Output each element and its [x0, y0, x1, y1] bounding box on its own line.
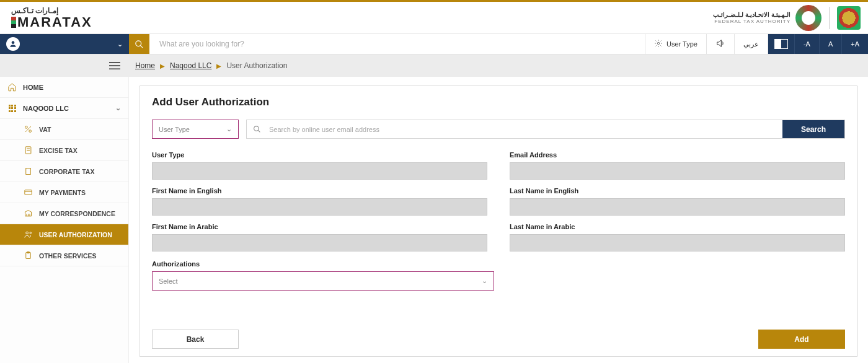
- add-user-auth-card: Add User Authorization User Type ⌄ Searc…: [139, 85, 858, 357]
- crumb-company[interactable]: Naqood LLC: [170, 61, 211, 70]
- svg-point-1: [136, 40, 141, 46]
- font-normal-button[interactable]: A: [819, 34, 841, 54]
- card-icon: [24, 188, 33, 197]
- svg-rect-17: [25, 190, 32, 195]
- uae-emblem-icon: [837, 6, 861, 30]
- contrast-toggle[interactable]: [768, 34, 794, 54]
- add-button[interactable]: Add: [758, 330, 845, 349]
- breadcrumb-bar: Home ▶ Naqood LLC ▶ User Authorization: [0, 55, 868, 77]
- field-lastname-en: Last Name in English: [510, 187, 845, 216]
- search-button[interactable]: Search: [782, 120, 844, 138]
- user-auth-icon: [24, 230, 33, 239]
- svg-line-9: [25, 126, 31, 132]
- firstname-ar-value: [152, 234, 487, 251]
- svg-line-25: [258, 130, 260, 132]
- sidebar-item-corporate[interactable]: CORPORATE TAX: [0, 161, 128, 182]
- user-type-value: [152, 162, 487, 180]
- brand-main: MARATAX: [11, 15, 92, 29]
- sidebar-toggle[interactable]: [0, 61, 129, 70]
- crumb-current: User Authorization: [226, 61, 287, 70]
- chevron-down-icon: ⌄: [115, 104, 121, 112]
- sidebar-item-vat[interactable]: VAT: [0, 119, 128, 140]
- sound-button[interactable]: [706, 34, 734, 54]
- fta-logo-icon: [795, 5, 822, 31]
- field-user-type: User Type: [152, 151, 487, 180]
- avatar-icon: [6, 37, 20, 51]
- sidebar-item-excise[interactable]: EXCISE TAX: [0, 140, 128, 161]
- home-icon: [7, 82, 17, 92]
- email-search-wrap: Search: [246, 120, 845, 139]
- action-buttons: Back Add: [152, 322, 845, 349]
- svg-point-24: [254, 126, 259, 131]
- chevron-down-icon: ⌄: [226, 125, 232, 133]
- lastname-en-value: [510, 198, 845, 216]
- brand-logo: إمـارات تـاكـس MARATAX: [11, 7, 92, 29]
- firstname-en-value: [152, 198, 487, 216]
- percent-icon: [24, 125, 33, 134]
- user-type-select[interactable]: User Type ⌄: [152, 120, 239, 139]
- email-value: [510, 162, 845, 180]
- crumb-home[interactable]: Home: [135, 61, 155, 70]
- sidebar-item-other[interactable]: OTHER SERVICES: [0, 245, 128, 266]
- field-lastname-ar: Last Name in Arabic: [510, 223, 845, 251]
- user-type-menu[interactable]: User Type: [645, 34, 706, 54]
- filter-row: User Type ⌄ Search: [152, 120, 845, 139]
- font-increase-button[interactable]: +A: [841, 34, 868, 54]
- field-firstname-ar: First Name in Arabic: [152, 223, 487, 251]
- sidebar-item-payments[interactable]: MY PAYMENTS: [0, 182, 128, 203]
- back-button[interactable]: Back: [152, 330, 239, 349]
- brand-arabic: إمـارات تـاكـس: [11, 7, 92, 14]
- sidebar-item-authorization[interactable]: USER AUTHORIZATION: [0, 224, 128, 245]
- chevron-down-icon: ⌄: [482, 277, 487, 285]
- email-search-input[interactable]: [267, 120, 782, 138]
- sidebar: HOME NAQOOD LLC ⌄ VAT EXCISE TAX CORPORA…: [0, 77, 129, 363]
- field-firstname-en: First Name in English: [152, 187, 487, 216]
- chevron-right-icon: ▶: [216, 63, 221, 69]
- chevron-down-icon: ⌄: [117, 40, 123, 48]
- document-icon: [24, 146, 33, 155]
- authority-logos: الـهـيئـة الاتحـاديـة لـلـضـرائـب FEDERA…: [713, 5, 861, 31]
- field-email: Email Address: [510, 151, 845, 180]
- logo-bar: إمـارات تـاكـس MARATAX الـهـيئـة الاتحـا…: [0, 2, 868, 34]
- svg-point-7: [25, 126, 28, 129]
- grid-icon: [7, 103, 17, 113]
- main-content: Add User Authorization User Type ⌄ Searc…: [129, 77, 868, 363]
- clipboard-icon: [24, 251, 33, 260]
- svg-point-19: [26, 232, 29, 234]
- details-form: User Type Email Address First Name in En…: [152, 151, 845, 251]
- building-icon: [24, 167, 33, 176]
- svg-line-2: [140, 45, 143, 48]
- sidebar-item-correspondence[interactable]: MY CORRESPONDENCE: [0, 203, 128, 224]
- bank-icon: [24, 209, 33, 218]
- svg-point-20: [30, 232, 32, 234]
- speaker-icon: [715, 38, 725, 50]
- svg-rect-13: [26, 168, 31, 175]
- svg-point-3: [657, 42, 660, 45]
- contrast-icon: [774, 39, 788, 49]
- font-decrease-button[interactable]: -A: [794, 34, 819, 54]
- global-search-button[interactable]: [129, 34, 149, 54]
- breadcrumb: Home ▶ Naqood LLC ▶ User Authorization: [129, 61, 287, 70]
- lastname-ar-value: [510, 234, 845, 251]
- authorizations-select[interactable]: Select ⌄: [152, 271, 494, 291]
- search-icon: [247, 120, 267, 138]
- global-search: [149, 34, 645, 54]
- svg-point-0: [12, 41, 15, 44]
- sidebar-item-company[interactable]: NAQOOD LLC ⌄: [0, 98, 128, 119]
- page-title: Add User Authorization: [152, 96, 845, 108]
- chevron-right-icon: ▶: [160, 63, 165, 69]
- user-profile-menu[interactable]: ⌄: [0, 34, 129, 54]
- global-search-input[interactable]: [149, 34, 645, 54]
- field-authorizations: Authorizations Select ⌄: [152, 260, 845, 291]
- gear-icon: [654, 39, 663, 49]
- sidebar-item-home[interactable]: HOME: [0, 77, 128, 98]
- language-toggle[interactable]: عربي: [734, 34, 768, 54]
- hamburger-icon: [109, 61, 120, 70]
- top-toolbar: ⌄ User Type عربي -A A +A: [0, 34, 868, 55]
- fta-text: الـهـيئـة الاتحـاديـة لـلـضـرائـب FEDERA…: [713, 11, 790, 25]
- svg-point-8: [29, 130, 32, 133]
